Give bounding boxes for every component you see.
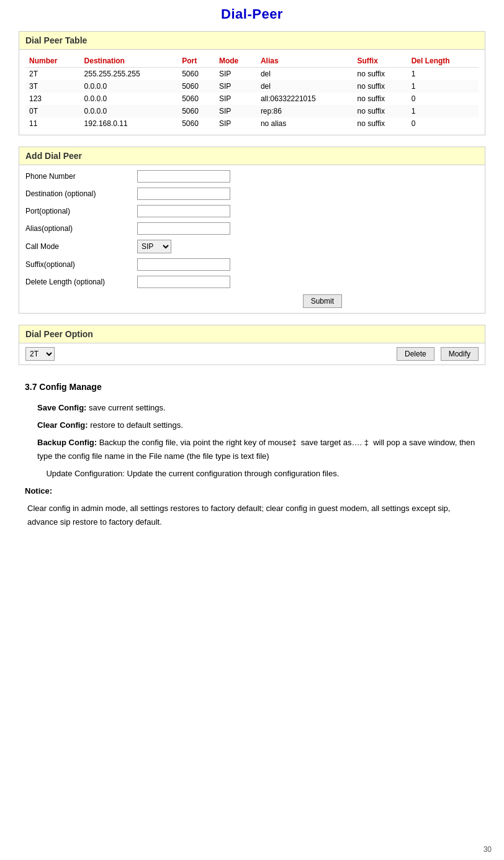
clear-config-para: Clear Config: restore to default setting… — [25, 419, 479, 432]
col-alias: Alias — [257, 55, 354, 68]
table-row: 0T 0.0.0.0 5060 SIP rep:86 no suffix 1 — [25, 105, 479, 117]
table-row: 3T 0.0.0.0 5060 SIP del no suffix 1 — [25, 80, 479, 93]
col-number: Number — [25, 55, 81, 68]
dial-peer-table: Number Destination Port Mode Alias Suffi… — [25, 55, 479, 130]
cell-number: 2T — [25, 68, 81, 81]
cell-del-length: 1 — [408, 105, 479, 117]
suffix-label: Suffix(optional) — [25, 260, 137, 269]
add-dial-peer-section: Add Dial Peer Phone Number Destination (… — [19, 147, 485, 314]
page-title: Dial-Peer — [19, 6, 485, 22]
cell-number: 123 — [25, 93, 81, 105]
destination-input[interactable] — [137, 188, 230, 200]
dial-peer-option-header: Dial Peer Option — [19, 325, 485, 343]
phone-number-input[interactable] — [137, 170, 230, 183]
port-input-wrap — [137, 205, 230, 217]
cell-del-length: 1 — [408, 68, 479, 81]
call-mode-label: Call Mode — [25, 242, 137, 251]
notice-bold: Notice — [25, 486, 50, 496]
phone-number-input-wrap — [137, 170, 230, 183]
port-input[interactable] — [137, 205, 230, 217]
cell-suffix: no suffix — [353, 80, 407, 93]
call-mode-select[interactable]: SIP H323 — [137, 240, 171, 253]
cell-alias: del — [257, 68, 354, 81]
page-number: 30 — [484, 845, 492, 854]
cell-number: 11 — [25, 117, 81, 130]
notice-body: Clear config in admin mode, all settings… — [25, 502, 479, 529]
delete-length-label: Delete Length (optional) — [25, 278, 137, 286]
table-header-row: Number Destination Port Mode Alias Suffi… — [25, 55, 479, 68]
cell-suffix: no suffix — [353, 117, 407, 130]
cell-alias: no alias — [257, 117, 354, 130]
alias-input-wrap — [137, 222, 230, 235]
table-row: 11 192.168.0.11 5060 SIP no alias no suf… — [25, 117, 479, 130]
save-config-para: Save Config: save current settings. — [25, 401, 479, 415]
cell-port: 5060 — [178, 68, 215, 81]
cell-destination: 255.255.255.255 — [81, 68, 179, 81]
suffix-input[interactable] — [137, 258, 230, 271]
col-mode: Mode — [215, 55, 257, 68]
alias-label: Alias(optional) — [25, 224, 137, 233]
delete-length-input[interactable] — [137, 276, 230, 288]
config-manage-section: 3.7 Config Manage Save Config: save curr… — [19, 380, 485, 530]
cell-del-length: 0 — [408, 93, 479, 105]
submit-row: Submit — [25, 294, 479, 308]
dial-peer-option-select[interactable]: 2T3T1230T11 — [25, 347, 55, 361]
delete-length-row: Delete Length (optional) — [25, 276, 479, 288]
cell-destination: 192.168.0.11 — [81, 117, 179, 130]
delete-button[interactable]: Delete — [397, 347, 434, 361]
option-buttons: Delete Modify — [394, 347, 479, 361]
cell-mode: SIP — [215, 93, 257, 105]
add-dial-peer-header: Add Dial Peer — [19, 147, 485, 165]
dial-peer-table-section: Dial Peer Table Number Destination Port … — [19, 31, 485, 135]
clear-config-bold: Clear Config: — [37, 420, 88, 430]
cell-suffix: no suffix — [353, 105, 407, 117]
backup-config-bold: Backup Config: — [37, 438, 97, 447]
cell-number: 0T — [25, 105, 81, 117]
call-mode-row: Call Mode SIP H323 — [25, 240, 479, 253]
alias-input[interactable] — [137, 222, 230, 235]
col-port: Port — [178, 55, 215, 68]
cell-suffix: no suffix — [353, 93, 407, 105]
table-row: 2T 255.255.255.255 5060 SIP del no suffi… — [25, 68, 479, 81]
phone-number-row: Phone Number — [25, 170, 479, 183]
call-mode-input-wrap: SIP H323 — [137, 240, 171, 253]
port-row: Port(optional) — [25, 205, 479, 217]
destination-input-wrap — [137, 188, 230, 200]
cell-mode: SIP — [215, 80, 257, 93]
cell-number: 3T — [25, 80, 81, 93]
destination-label: Destination (optional) — [25, 189, 137, 198]
cell-destination: 0.0.0.0 — [81, 105, 179, 117]
cell-port: 5060 — [178, 117, 215, 130]
cell-mode: SIP — [215, 117, 257, 130]
cell-destination: 0.0.0.0 — [81, 93, 179, 105]
notice-header: Notice: — [25, 484, 479, 498]
modify-button[interactable]: Modify — [441, 347, 479, 361]
col-del-length: Del Length — [408, 55, 479, 68]
phone-number-label: Phone Number — [25, 172, 137, 181]
dial-peer-table-header: Dial Peer Table — [19, 32, 485, 50]
col-destination: Destination — [81, 55, 179, 68]
suffix-row: Suffix(optional) — [25, 258, 479, 271]
cell-alias: del — [257, 80, 354, 93]
cell-port: 5060 — [178, 93, 215, 105]
alias-row: Alias(optional) — [25, 222, 479, 235]
cell-alias: all:06332221015 — [257, 93, 354, 105]
col-suffix: Suffix — [353, 55, 407, 68]
delete-length-input-wrap — [137, 276, 230, 288]
config-manage-heading: 3.7 Config Manage — [25, 380, 479, 395]
suffix-input-wrap — [137, 258, 230, 271]
cell-mode: SIP — [215, 68, 257, 81]
cell-destination: 0.0.0.0 — [81, 80, 179, 93]
cell-del-length: 1 — [408, 80, 479, 93]
save-config-bold: Save Config: — [37, 403, 86, 412]
add-dial-peer-body: Phone Number Destination (optional) Port… — [19, 165, 485, 313]
cell-port: 5060 — [178, 80, 215, 93]
backup-config-para: Backup Config: Backup the config file, v… — [25, 436, 479, 463]
destination-row: Destination (optional) — [25, 188, 479, 200]
cell-port: 5060 — [178, 105, 215, 117]
update-config-para: Update Configuration: Update the current… — [25, 467, 479, 481]
submit-button[interactable]: Submit — [303, 294, 342, 308]
cell-del-length: 0 — [408, 117, 479, 130]
cell-mode: SIP — [215, 105, 257, 117]
port-label: Port(optional) — [25, 207, 137, 215]
